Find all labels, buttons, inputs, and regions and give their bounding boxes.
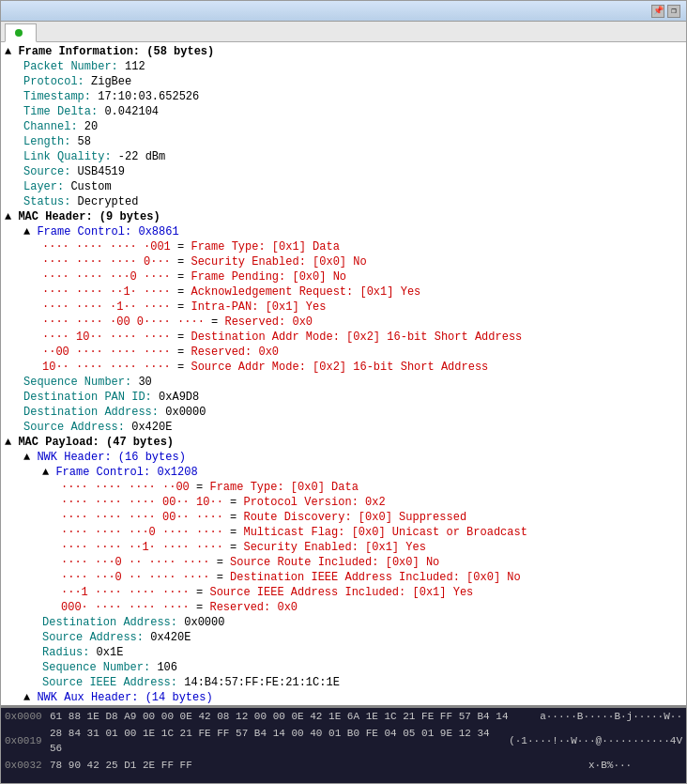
packet-line[interactable]: ···· ···· ···0 ···· = Frame Pending: [0x… — [1, 269, 686, 284]
packet-line[interactable]: Protocol: ZigBee — [1, 74, 686, 89]
hex-bytes: 61 88 1E D8 A9 00 00 0E 42 08 12 00 00 0… — [50, 709, 530, 724]
packet-line[interactable]: Sequence Number: 30 — [1, 375, 686, 390]
packet-line[interactable]: ···· ···· ···· 0··· = Security Enabled: … — [1, 254, 686, 269]
packet-line[interactable]: ···· ···· ·1·· ···· = Intra-PAN: [0x1] Y… — [1, 300, 686, 315]
packet-line[interactable]: Channel: 20 — [1, 119, 686, 134]
tab-bar — [1, 22, 686, 42]
packet-line[interactable]: ▲ Frame Control: 0x8861 — [1, 224, 686, 239]
packet-line[interactable]: ▲ Frame Information: (58 bytes) — [1, 44, 686, 59]
tab-status-dot — [15, 29, 23, 37]
packet-line[interactable]: ···· 10·· ···· ···· = Destination Addr M… — [1, 330, 686, 345]
tab-custom-private-cluster[interactable] — [5, 23, 37, 42]
packet-line[interactable]: ···1 ···· ···· ···· = Source IEEE Addres… — [1, 585, 686, 600]
title-bar-controls: 📌 ❐ — [651, 5, 680, 18]
packet-line[interactable]: Source Address: 0x420E — [1, 420, 686, 435]
packet-line[interactable]: Destination Address: 0x0000 — [1, 405, 686, 420]
packet-line[interactable]: Link Quality: -22 dBm — [1, 149, 686, 164]
packet-tree-view[interactable]: ▲ Frame Information: (58 bytes)Packet Nu… — [1, 42, 686, 708]
packet-line[interactable]: Status: Decrypted — [1, 194, 686, 209]
packet-line[interactable]: Packet Number: 112 — [1, 59, 686, 74]
title-bar: 📌 ❐ — [1, 1, 686, 22]
packet-line[interactable]: ▲ MAC Header: (9 bytes) — [1, 209, 686, 224]
packet-line[interactable]: Destination Address: 0x0000 — [1, 615, 686, 630]
packet-line[interactable]: Source Address: 0x420E — [1, 630, 686, 645]
hex-ascii: a·····B·····B·j·····W·· — [530, 709, 682, 724]
packet-line[interactable]: Timestamp: 17:10:03.652526 — [1, 89, 686, 104]
hex-bytes: 78 90 42 25 D1 2E FF FF — [50, 758, 579, 773]
packet-line[interactable]: Source: USB4519 — [1, 164, 686, 179]
packet-line[interactable]: Radius: 0x1E — [1, 645, 686, 660]
packet-line[interactable]: ···· ···· ···0 ···· ···· = Multicast Fla… — [1, 525, 686, 540]
packet-line[interactable]: ···· ···· ··1· ···· = Acknowledgement Re… — [1, 284, 686, 300]
packet-line[interactable]: Time Delta: 0.042104 — [1, 104, 686, 119]
packet-line[interactable]: ···· ···· ···· 00·· ···· = Route Discove… — [1, 510, 686, 525]
packet-line[interactable]: Length: 58 — [1, 134, 686, 149]
main-content: ▲ Frame Information: (58 bytes)Packet Nu… — [1, 42, 686, 783]
hex-row: 0x000061 88 1E D8 A9 00 00 0E 42 08 12 0… — [1, 708, 686, 725]
packet-line[interactable]: ···· ···0 ·· ···· ···· = Destination IEE… — [1, 570, 686, 585]
packet-line[interactable]: ▲ NWK Header: (16 bytes) — [1, 450, 686, 465]
packet-line[interactable]: Source IEEE Address: 14:B4:57:FF:FE:21:1… — [1, 675, 686, 690]
hex-view: 0x000061 88 1E D8 A9 00 00 0E 42 08 12 0… — [1, 708, 686, 783]
hex-bytes: 28 84 31 01 00 1E 1C 21 FE FF 57 B4 14 0… — [50, 726, 499, 756]
packet-line[interactable]: ···· ···0 ·· ···· ···· = Source Route In… — [1, 555, 686, 570]
packet-view-window: 📌 ❐ ▲ Frame Information: (58 bytes)Packe… — [0, 0, 687, 784]
packet-line[interactable]: ▲ Frame Control: 0x1208 — [1, 465, 686, 480]
hex-row: 0x003278 90 42 25 D1 2E FF FFx·B%··· — [1, 757, 686, 774]
packet-line[interactable]: ···· ···· ··1· ···· ···· = Security Enab… — [1, 540, 686, 555]
hex-offset: 0x0032 — [5, 758, 50, 773]
packet-line[interactable]: 000· ···· ···· ···· = Reserved: 0x0 — [1, 600, 686, 615]
packet-line[interactable]: ▲ NWK Aux Header: (14 bytes) — [1, 690, 686, 705]
packet-line[interactable]: ···· ···· ···· ·001 = Frame Type: [0x1] … — [1, 239, 686, 254]
packet-line[interactable]: ···· ···· ···· ··00 = Frame Type: [0x0] … — [1, 480, 686, 495]
packet-line[interactable]: ···· ···· ···· 00·· 10·· = Protocol Vers… — [1, 495, 686, 510]
restore-button[interactable]: ❐ — [667, 5, 680, 18]
packet-line[interactable]: ▲ MAC Payload: (47 bytes) — [1, 435, 686, 450]
hex-offset: 0x0000 — [5, 709, 50, 724]
packet-line[interactable]: Sequence Number: 106 — [1, 660, 686, 675]
packet-line[interactable]: ···· ···· ·00 0···· ···· = Reserved: 0x0 — [1, 315, 686, 330]
hex-row: 0x001928 84 31 01 00 1E 1C 21 FE FF 57 B… — [1, 725, 686, 757]
hex-offset: 0x0019 — [5, 733, 50, 748]
pin-button[interactable]: 📌 — [651, 5, 664, 18]
packet-line[interactable]: Destination PAN ID: 0xA9D8 — [1, 390, 686, 405]
packet-line[interactable]: Layer: Custom — [1, 179, 686, 194]
hex-ascii: x·B%··· — [579, 758, 682, 773]
packet-line[interactable]: 10·· ···· ···· ···· = Source Addr Mode: … — [1, 360, 686, 375]
packet-line[interactable]: ··00 ···· ···· ···· = Reserved: 0x0 — [1, 345, 686, 360]
hex-ascii: (·1····!··W···@···········4V — [499, 733, 682, 748]
